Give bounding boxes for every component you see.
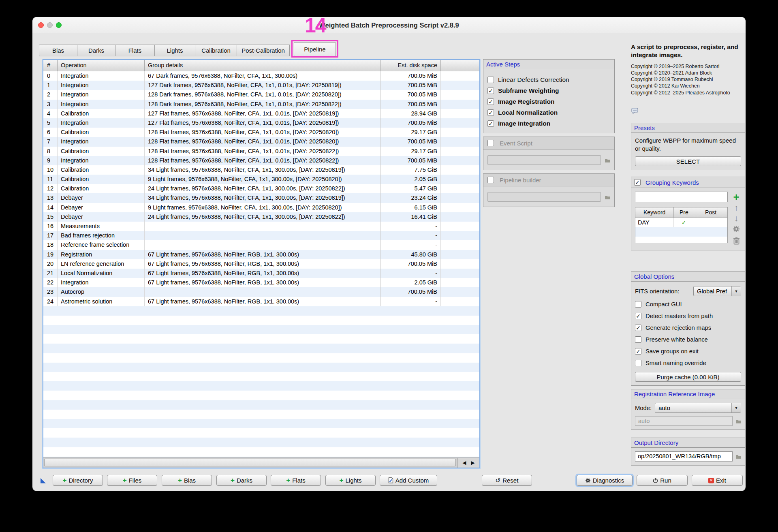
step-checkbox[interactable]: ✓ (487, 109, 494, 116)
tab-flats[interactable]: Flats (115, 45, 155, 56)
fits-orientation-dropdown[interactable]: Global Pref ▼ (693, 286, 741, 296)
folder-icon[interactable] (736, 419, 741, 423)
table-row[interactable]: 4Calibration127 Flat frames, 9576x6388, … (43, 109, 479, 118)
event-script-path-input[interactable] (487, 155, 601, 165)
step-checkbox[interactable] (487, 77, 494, 83)
horizontal-scrollbar[interactable]: ◀ ▶ (43, 457, 479, 468)
empty-table-row (43, 381, 479, 391)
table-row[interactable]: 12Calibration24 Light frames, 9576x6388,… (43, 184, 479, 193)
pipeline-builder-checkbox[interactable] (487, 177, 494, 183)
option-checkbox[interactable] (635, 360, 641, 366)
option-checkbox[interactable]: ✓ (635, 325, 641, 331)
add-custom-button[interactable]: Add Custom (380, 475, 437, 486)
table-row[interactable]: 20LN reference generation67 Light frames… (43, 259, 479, 269)
table-row[interactable]: 13Debayer34 Light frames, 9576x6388, NoF… (43, 193, 479, 203)
tab-calibration[interactable]: Calibration (195, 45, 237, 56)
folder-icon[interactable] (605, 195, 610, 199)
column-header-details[interactable]: Group details (145, 60, 380, 71)
add-darks-button[interactable]: +Darks (216, 475, 267, 486)
grouping-keywords-checkbox[interactable]: ✓ (634, 179, 641, 186)
table-row[interactable]: 17Bad frames rejection- (43, 231, 479, 240)
step-checkbox[interactable]: ✓ (487, 98, 494, 105)
table-row[interactable]: 3Integration128 Dark frames, 9576x6388, … (43, 100, 479, 109)
presets-select-button[interactable]: SELECT (635, 156, 741, 166)
scroll-right-icon[interactable]: ▶ (471, 460, 475, 466)
column-header-disk[interactable]: Est. disk space (380, 60, 441, 71)
tab-darks[interactable]: Darks (77, 45, 115, 56)
event-script-checkbox[interactable] (487, 140, 494, 146)
exit-button[interactable]: ✕ Exit (692, 475, 743, 486)
active-step-row: ✓Subframe Weighting (487, 85, 610, 96)
table-row[interactable]: 1Integration127 Dark frames, 9576x6388, … (43, 81, 479, 90)
table-row[interactable]: 0Integration67 Dark frames, 9576x6388, N… (43, 71, 479, 81)
table-row[interactable]: 22Integration67 Light frames, 9576x6388,… (43, 278, 479, 287)
keyword-settings-gear-icon[interactable] (732, 225, 740, 235)
step-checkbox[interactable]: ✓ (487, 120, 494, 127)
folder-icon[interactable] (736, 454, 741, 459)
table-row[interactable]: 24Astrometric solution67 Light frames, 9… (43, 297, 479, 306)
diagnostics-button[interactable]: Diagnostics (577, 475, 633, 486)
column-header-operation[interactable]: Operation (58, 60, 145, 71)
keyword-row[interactable]: DAY✓ (635, 218, 727, 227)
comment-bubble-icon[interactable] (631, 108, 639, 116)
copyright-line: Copyright © 2012 Kai Wiechen (631, 83, 745, 89)
option-checkbox[interactable]: ✓ (635, 348, 641, 355)
table-row[interactable]: 2Integration128 Dark frames, 9576x6388, … (43, 90, 479, 99)
add-bias-button[interactable]: +Bias (162, 475, 212, 486)
pre-col-header[interactable]: Pre (674, 207, 694, 218)
pipeline-builder-header: Pipeline builder (483, 174, 614, 186)
folder-icon[interactable] (605, 158, 610, 162)
table-row[interactable]: 5Integration127 Flat frames, 9576x6388, … (43, 118, 479, 128)
resize-grip-triangle[interactable] (41, 478, 46, 483)
tab-lights[interactable]: Lights (154, 45, 195, 56)
add-lights-button[interactable]: +Lights (325, 475, 376, 486)
table-row[interactable]: 11Calibration9 Light frames, 9576x6388, … (43, 175, 479, 184)
table-row[interactable]: 19Registration67 Light frames, 9576x6388… (43, 250, 479, 259)
purge-cache-button[interactable]: Purge cache (0.00 KiB) (635, 372, 741, 382)
option-checkbox[interactable]: ✓ (635, 313, 641, 319)
step-checkbox[interactable]: ✓ (487, 88, 494, 94)
table-row[interactable]: 10Calibration34 Light frames, 9576x6388,… (43, 165, 479, 175)
scrollbar-track[interactable] (43, 458, 457, 468)
table-row[interactable]: 21Local Normalization67 Light frames, 95… (43, 269, 479, 278)
keyword-col-header[interactable]: Keyword (635, 207, 674, 218)
keyword-input[interactable] (635, 192, 728, 202)
option-checkbox[interactable] (635, 336, 641, 343)
table-row[interactable]: 9Integration128 Flat frames, 9576x6388, … (43, 156, 479, 165)
scroll-left-icon[interactable]: ◀ (462, 460, 466, 466)
add-files-button[interactable]: +Files (107, 475, 157, 486)
move-up-icon[interactable]: ↑ (734, 204, 739, 212)
reset-button[interactable]: ↺ Reset (482, 475, 532, 486)
tab-post-calibration[interactable]: Post-Calibration (237, 45, 290, 56)
mode-dropdown[interactable]: auto ▼ (655, 403, 741, 413)
pipeline-builder-path-input[interactable] (487, 192, 601, 202)
table-row[interactable]: 8Calibration128 Flat frames, 9576x6388, … (43, 147, 479, 156)
reference-path-input[interactable]: auto (635, 416, 733, 426)
pipeline-table-body: 0Integration67 Dark frames, 9576x6388, N… (43, 71, 479, 457)
tab-bias[interactable]: Bias (39, 45, 77, 56)
table-row[interactable]: 6Calibration128 Flat frames, 9576x6388, … (43, 128, 479, 137)
table-row[interactable]: 7Integration128 Flat frames, 9576x6388, … (43, 137, 479, 146)
add-directory-button[interactable]: +Directory (53, 475, 103, 486)
scrollbar-thumb[interactable] (44, 459, 456, 466)
table-row[interactable]: 15Debayer24 Light frames, 9576x6388, NoF… (43, 212, 479, 222)
delete-keyword-trash-icon[interactable] (733, 237, 740, 246)
global-option-row: ✓Detect masters from path (635, 311, 741, 321)
output-directory-input[interactable]: op/20250801_WR134/RGB/tmp (635, 451, 733, 461)
post-col-header[interactable]: Post (694, 207, 727, 218)
table-row[interactable]: 14Debayer9 Light frames, 9576x6388, NoFi… (43, 203, 479, 212)
add-flats-button[interactable]: +Flats (271, 475, 321, 486)
table-row[interactable]: 18Reference frame selection- (43, 240, 479, 250)
column-header-num[interactable]: # (43, 60, 58, 71)
script-description: A script to preprocess, register, and in… (631, 43, 745, 59)
add-keyword-icon[interactable]: + (733, 192, 739, 201)
run-button[interactable]: Run (637, 475, 688, 486)
tab-pipeline[interactable]: Pipeline (294, 42, 336, 56)
option-checkbox[interactable] (635, 301, 641, 308)
pipeline-builder-box: Pipeline builder (483, 173, 615, 207)
move-down-icon[interactable]: ↓ (734, 214, 739, 222)
button-label: Flats (292, 477, 306, 484)
run-label: Run (660, 477, 671, 484)
table-row[interactable]: 23Autocrop700.05 MiB (43, 287, 479, 297)
table-row[interactable]: 16Measurements- (43, 222, 479, 231)
